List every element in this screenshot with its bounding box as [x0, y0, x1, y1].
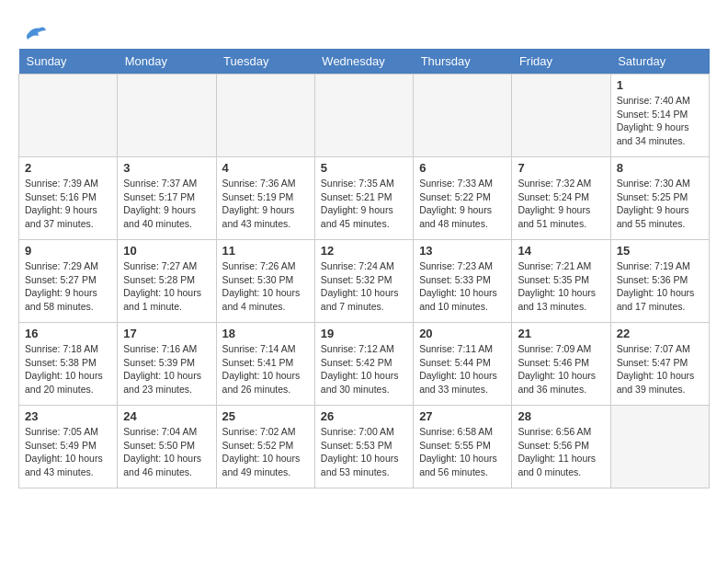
day-info: Sunrise: 7:04 AMSunset: 5:50 PMDaylight:…: [123, 426, 201, 477]
week-row-2: 2Sunrise: 7:39 AMSunset: 5:16 PMDaylight…: [19, 157, 710, 240]
day-number: 12: [321, 244, 407, 258]
calendar-cell: 22Sunrise: 7:07 AMSunset: 5:47 PMDayligh…: [610, 323, 709, 406]
day-number: 7: [518, 161, 604, 175]
calendar-cell: 4Sunrise: 7:36 AMSunset: 5:19 PMDaylight…: [216, 157, 314, 240]
day-number: 19: [321, 327, 407, 340]
day-info: Sunrise: 7:18 AMSunset: 5:38 PMDaylight:…: [25, 343, 103, 395]
day-info: Sunrise: 7:16 AMSunset: 5:39 PMDaylight:…: [123, 343, 201, 395]
calendar-cell: 19Sunrise: 7:12 AMSunset: 5:42 PMDayligh…: [314, 323, 413, 406]
header-sunday: Sunday: [19, 49, 118, 75]
calendar-cell: 25Sunrise: 7:02 AMSunset: 5:52 PMDayligh…: [216, 406, 314, 488]
day-number: 22: [617, 327, 703, 340]
calendar-cell: 2Sunrise: 7:39 AMSunset: 5:16 PMDaylight…: [19, 157, 118, 240]
day-number: 6: [419, 161, 506, 175]
day-info: Sunrise: 6:58 AMSunset: 5:55 PMDaylight:…: [419, 426, 497, 477]
day-info: Sunrise: 7:24 AMSunset: 5:32 PMDaylight:…: [321, 260, 399, 312]
day-number: 10: [123, 244, 210, 258]
day-number: 27: [419, 409, 506, 423]
day-number: 9: [25, 244, 111, 258]
day-number: 16: [25, 327, 111, 340]
calendar-cell: 6Sunrise: 7:33 AMSunset: 5:22 PMDaylight…: [414, 157, 512, 240]
day-info: Sunrise: 7:02 AMSunset: 5:52 PMDaylight:…: [222, 426, 301, 477]
header-thursday: Thursday: [414, 49, 512, 75]
day-number: 13: [419, 244, 506, 258]
day-number: 21: [518, 327, 604, 340]
day-info: Sunrise: 7:00 AMSunset: 5:53 PMDaylight:…: [321, 426, 399, 477]
day-number: 8: [617, 161, 703, 175]
day-number: 24: [123, 409, 210, 423]
header: [18, 18, 710, 40]
day-number: 3: [123, 161, 210, 175]
calendar-cell: 17Sunrise: 7:16 AMSunset: 5:39 PMDayligh…: [118, 323, 216, 406]
day-info: Sunrise: 7:29 AMSunset: 5:27 PMDaylight:…: [25, 260, 98, 312]
day-number: 17: [123, 327, 210, 340]
day-number: 11: [222, 244, 309, 258]
calendar-cell: 21Sunrise: 7:09 AMSunset: 5:46 PMDayligh…: [512, 323, 610, 406]
day-info: Sunrise: 7:32 AMSunset: 5:24 PMDaylight:…: [518, 178, 591, 229]
calendar-cell: 14Sunrise: 7:21 AMSunset: 5:35 PMDayligh…: [512, 240, 610, 323]
day-info: Sunrise: 7:14 AMSunset: 5:41 PMDaylight:…: [222, 343, 301, 395]
header-wednesday: Wednesday: [314, 49, 413, 75]
header-monday: Monday: [118, 49, 216, 75]
day-number: 5: [321, 161, 407, 175]
week-row-5: 23Sunrise: 7:05 AMSunset: 5:49 PMDayligh…: [19, 406, 710, 488]
calendar-cell: 13Sunrise: 7:23 AMSunset: 5:33 PMDayligh…: [414, 240, 512, 323]
calendar-cell: 18Sunrise: 7:14 AMSunset: 5:41 PMDayligh…: [216, 323, 314, 406]
day-info: Sunrise: 7:23 AMSunset: 5:33 PMDaylight:…: [419, 260, 497, 312]
day-number: 25: [222, 409, 309, 423]
day-info: Sunrise: 7:21 AMSunset: 5:35 PMDaylight:…: [518, 260, 596, 312]
calendar-cell: 24Sunrise: 7:04 AMSunset: 5:50 PMDayligh…: [118, 406, 216, 488]
calendar-cell: 8Sunrise: 7:30 AMSunset: 5:25 PMDaylight…: [610, 157, 709, 240]
day-number: 26: [321, 409, 407, 423]
calendar-cell: 16Sunrise: 7:18 AMSunset: 5:38 PMDayligh…: [19, 323, 118, 406]
calendar-cell: 28Sunrise: 6:56 AMSunset: 5:56 PMDayligh…: [512, 406, 610, 488]
header-saturday: Saturday: [610, 49, 709, 75]
day-info: Sunrise: 7:11 AMSunset: 5:44 PMDaylight:…: [419, 343, 497, 395]
day-number: 15: [617, 244, 703, 258]
calendar-cell: 12Sunrise: 7:24 AMSunset: 5:32 PMDayligh…: [314, 240, 413, 323]
day-number: 20: [419, 327, 506, 340]
logo-bird-icon: [20, 23, 48, 45]
day-number: 14: [518, 244, 604, 258]
calendar-cell: 20Sunrise: 7:11 AMSunset: 5:44 PMDayligh…: [414, 323, 512, 406]
day-number: 23: [25, 409, 111, 423]
calendar-cell: [216, 75, 314, 157]
day-info: Sunrise: 7:39 AMSunset: 5:16 PMDaylight:…: [25, 178, 98, 229]
calendar-cell: 3Sunrise: 7:37 AMSunset: 5:17 PMDaylight…: [118, 157, 216, 240]
calendar-cell: 15Sunrise: 7:19 AMSunset: 5:36 PMDayligh…: [610, 240, 709, 323]
day-info: Sunrise: 7:35 AMSunset: 5:21 PMDaylight:…: [321, 178, 394, 229]
day-number: 2: [25, 161, 111, 175]
day-info: Sunrise: 7:07 AMSunset: 5:47 PMDaylight:…: [617, 343, 695, 395]
day-info: Sunrise: 7:30 AMSunset: 5:25 PMDaylight:…: [617, 178, 690, 229]
calendar-cell: [610, 406, 709, 488]
day-info: Sunrise: 7:37 AMSunset: 5:17 PMDaylight:…: [123, 178, 197, 229]
calendar-cell: 27Sunrise: 6:58 AMSunset: 5:55 PMDayligh…: [414, 406, 512, 488]
calendar-cell: [512, 75, 610, 157]
day-number: 18: [222, 327, 309, 340]
calendar-cell: [414, 75, 512, 157]
calendar-cell: 26Sunrise: 7:00 AMSunset: 5:53 PMDayligh…: [314, 406, 413, 488]
header-friday: Friday: [512, 49, 610, 75]
week-row-3: 9Sunrise: 7:29 AMSunset: 5:27 PMDaylight…: [19, 240, 710, 323]
calendar: SundayMondayTuesdayWednesdayThursdayFrid…: [18, 49, 710, 488]
calendar-cell: [19, 75, 118, 157]
calendar-cell: 1Sunrise: 7:40 AMSunset: 5:14 PMDaylight…: [610, 75, 709, 157]
day-info: Sunrise: 6:56 AMSunset: 5:56 PMDaylight:…: [518, 426, 596, 477]
week-row-4: 16Sunrise: 7:18 AMSunset: 5:38 PMDayligh…: [19, 323, 710, 406]
calendar-cell: 11Sunrise: 7:26 AMSunset: 5:30 PMDayligh…: [216, 240, 314, 323]
calendar-cell: 9Sunrise: 7:29 AMSunset: 5:27 PMDaylight…: [19, 240, 118, 323]
calendar-cell: 7Sunrise: 7:32 AMSunset: 5:24 PMDaylight…: [512, 157, 610, 240]
day-info: Sunrise: 7:12 AMSunset: 5:42 PMDaylight:…: [321, 343, 399, 395]
day-number: 4: [222, 161, 309, 175]
calendar-cell: 10Sunrise: 7:27 AMSunset: 5:28 PMDayligh…: [118, 240, 216, 323]
calendar-cell: [314, 75, 413, 157]
day-info: Sunrise: 7:33 AMSunset: 5:22 PMDaylight:…: [419, 178, 493, 229]
calendar-cell: 5Sunrise: 7:35 AMSunset: 5:21 PMDaylight…: [314, 157, 413, 240]
calendar-header-row: SundayMondayTuesdayWednesdayThursdayFrid…: [19, 49, 710, 75]
day-number: 28: [518, 409, 604, 423]
day-info: Sunrise: 7:09 AMSunset: 5:46 PMDaylight:…: [518, 343, 596, 395]
day-info: Sunrise: 7:27 AMSunset: 5:28 PMDaylight:…: [123, 260, 201, 312]
calendar-cell: [118, 75, 216, 157]
week-row-1: 1Sunrise: 7:40 AMSunset: 5:14 PMDaylight…: [19, 75, 710, 157]
header-tuesday: Tuesday: [216, 49, 314, 75]
